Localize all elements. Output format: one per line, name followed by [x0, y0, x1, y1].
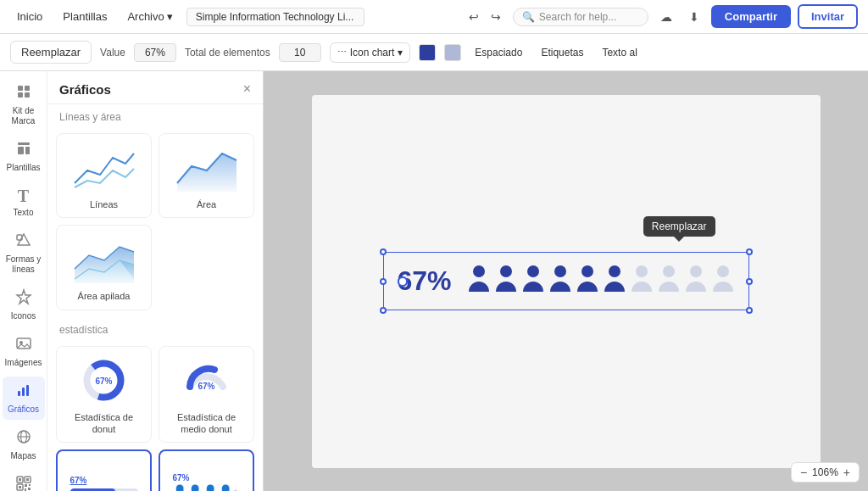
chart-type-select[interactable]: ⋯ Icon chart ▾ — [330, 42, 411, 63]
svg-rect-27 — [28, 488, 31, 490]
lines-label: Líneas — [90, 198, 118, 210]
person-icon-9 — [684, 263, 708, 299]
chevron-down-icon: ▾ — [398, 47, 403, 59]
search-box[interactable]: 🔍 Search for help... — [513, 8, 648, 26]
chart-card-icon-stats[interactable]: 67% 👤 👤 👤 👤 + Estadísticas de iconos — [159, 449, 254, 491]
zoom-in-button[interactable]: + — [842, 466, 852, 479]
handle-tl[interactable] — [380, 248, 387, 255]
svg-rect-23 — [19, 486, 21, 488]
svg-rect-13 — [22, 388, 25, 396]
svg-point-32 — [473, 265, 485, 277]
toolbar: Reemplazar Value 67% Total de elementos … — [0, 34, 868, 71]
sidebar-label-formas-lineas: Formas y líneas — [6, 254, 42, 275]
person-icon-7 — [630, 263, 654, 299]
handle-tr[interactable] — [746, 248, 753, 255]
donut-label: Estadística de donut — [64, 411, 144, 436]
handle-br[interactable] — [746, 307, 753, 314]
kit-de-marca-icon — [15, 83, 32, 104]
sidebar-item-mapas[interactable]: Mapas — [3, 423, 45, 466]
person-icon-4 — [548, 263, 572, 299]
sidebar-item-kit-de-marca[interactable]: Kit de Marca — [3, 78, 45, 131]
invite-button[interactable]: Invitar — [798, 4, 858, 29]
texto-button[interactable]: Texto al — [597, 43, 642, 62]
value-label: Value — [100, 47, 125, 59]
imagenes-icon — [15, 335, 32, 356]
svg-rect-14 — [26, 385, 29, 396]
section-lineas-area-label: Líneas y área — [47, 104, 263, 126]
svg-rect-12 — [18, 391, 20, 396]
share-button[interactable]: Compartir — [711, 5, 791, 28]
zoom-out-button[interactable]: − — [798, 466, 809, 479]
sidebar-item-formas-lineas[interactable]: Formas y líneas — [3, 226, 45, 280]
close-panel-button[interactable]: × — [243, 81, 251, 97]
sidebar-item-imagenes[interactable]: Imágenes — [3, 330, 45, 373]
etiquetas-button[interactable]: Etiquetas — [536, 43, 588, 62]
svg-point-36 — [581, 265, 593, 277]
sidebar-item-codigo-qr[interactable]: Código QR — [3, 470, 45, 491]
svg-rect-4 — [18, 142, 30, 145]
sidebar-item-texto[interactable]: T Texto — [3, 181, 45, 223]
person-icon-10 — [711, 263, 735, 299]
half-donut-label: Estadística de medio donut — [166, 411, 247, 436]
chart-card-area[interactable]: Área — [159, 133, 254, 218]
svg-rect-5 — [18, 147, 24, 154]
svg-rect-19 — [19, 478, 21, 481]
sidebar-label-plantillas: Plantillas — [6, 163, 40, 173]
archivo-button[interactable]: Archivo ▾ — [120, 7, 179, 26]
download-button[interactable]: ⬇ — [684, 7, 704, 27]
sidebar-item-graficos[interactable]: Gráficos — [3, 377, 45, 420]
person-icon-1 — [467, 263, 491, 299]
document-title-input[interactable] — [186, 8, 364, 26]
svg-point-40 — [690, 265, 702, 277]
sidebar-label-kit-de-marca: Kit de Marca — [6, 106, 42, 126]
redo-button[interactable]: ↪ — [486, 7, 506, 27]
chart-card-half-donut[interactable]: 67% Estadística de medio donut — [159, 346, 254, 444]
color-swatch-1[interactable] — [419, 44, 436, 61]
panel-header: Gráficos × — [47, 71, 263, 104]
codigo-qr-icon — [15, 475, 32, 491]
person-icon-3 — [521, 263, 545, 299]
section-estadistica-label: estadística — [47, 317, 263, 339]
iconos-icon — [15, 288, 32, 310]
sidebar-item-iconos[interactable]: Iconos — [3, 283, 45, 326]
inicio-button[interactable]: Inicio — [10, 7, 49, 26]
sidebar-item-plantillas[interactable]: Plantillas — [3, 135, 45, 178]
chart-element[interactable]: 67% — [383, 252, 749, 310]
main-area: Kit de Marca Plantillas T Texto Formas y… — [0, 71, 868, 491]
undo-button[interactable]: ↩ — [464, 7, 484, 27]
svg-marker-9 — [17, 290, 31, 304]
chart-card-progress-bar[interactable]: 67% Estadísticas de la barra de progreso — [56, 449, 152, 491]
svg-point-35 — [554, 265, 566, 277]
person-icon-2 — [494, 263, 518, 299]
chart-card-lines[interactable]: Líneas — [56, 133, 152, 218]
handle-ml[interactable] — [380, 278, 387, 285]
cloud-icon[interactable]: ☁ — [655, 7, 677, 27]
canvas-background: Reemplazar 67% — [312, 95, 821, 468]
svg-point-37 — [609, 265, 620, 277]
total-display: 10 — [279, 43, 321, 62]
reemplazar-button[interactable]: Reemplazar — [10, 41, 92, 64]
search-icon: 🔍 — [522, 11, 535, 23]
handle-bl[interactable] — [380, 307, 387, 314]
top-nav: Inicio Plantillas Archivo ▾ ↩ ↪ 🔍 Search… — [0, 0, 868, 34]
color-swatch-2[interactable] — [444, 44, 461, 61]
chart-card-donut[interactable]: 67% Estadística de donut — [56, 346, 152, 444]
panel-title: Gráficos — [59, 82, 111, 97]
person-icon-6 — [603, 263, 626, 299]
svg-point-39 — [663, 265, 675, 277]
handle-mr[interactable] — [746, 278, 753, 285]
graficos-icon — [15, 382, 32, 403]
espaciado-button[interactable]: Espaciado — [470, 43, 527, 62]
chart-card-area-stacked[interactable]: Área apilada — [56, 225, 152, 310]
charts-panel: Gráficos × Líneas y área Líneas — [47, 71, 264, 491]
svg-point-33 — [500, 265, 512, 277]
plantillas-button[interactable]: Plantillas — [56, 7, 114, 26]
svg-point-41 — [717, 265, 729, 277]
icons-row — [467, 263, 735, 299]
sidebar-label-texto: Texto — [14, 208, 34, 218]
tooltip: Reemplazar — [643, 216, 715, 237]
sidebar-label-iconos: Iconos — [11, 311, 36, 321]
percentage-display: 67% — [398, 265, 457, 297]
sidebar-label-mapas: Mapas — [10, 451, 36, 461]
canvas-area[interactable]: Reemplazar 67% — [264, 71, 868, 491]
